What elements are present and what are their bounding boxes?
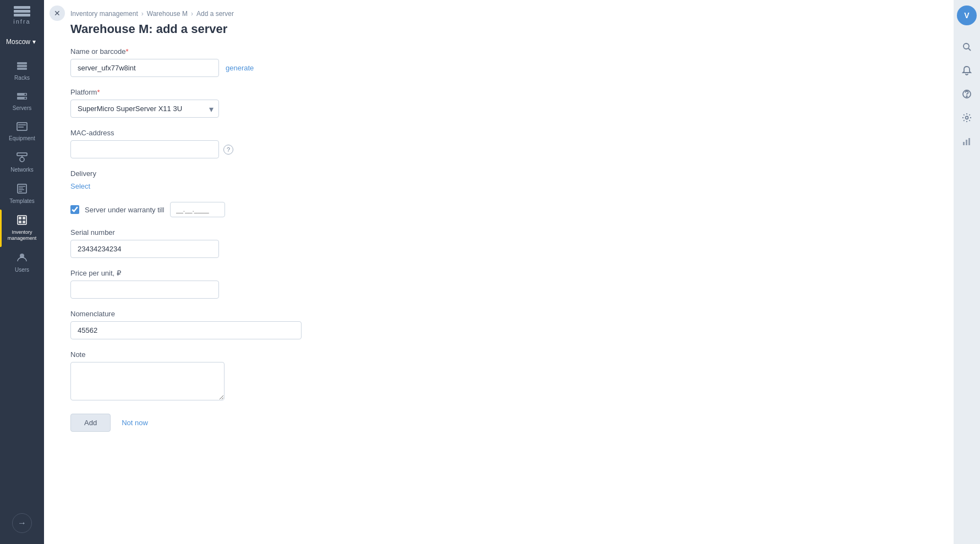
warranty-checkbox[interactable] xyxy=(70,205,79,214)
delivery-field-group: Delivery Select xyxy=(70,169,418,191)
svg-rect-3 xyxy=(17,62,27,64)
sidebar-item-servers[interactable]: Servers xyxy=(0,86,44,117)
breadcrumb-current: Add a server xyxy=(196,10,234,18)
platform-required-marker: * xyxy=(97,88,100,96)
templates-icon xyxy=(17,184,27,196)
sidebar-item-users[interactable]: Users xyxy=(0,247,44,278)
svg-rect-1 xyxy=(14,10,30,13)
main-content: ✕ Inventory management › Warehouse M › A… xyxy=(44,0,954,544)
price-field-group: Price per unit, ₽ xyxy=(70,269,418,299)
arrow-right-icon: → xyxy=(18,518,26,528)
platform-select-wrapper: SuperMicro SuperServer X11 3U SuperMicro… xyxy=(70,100,219,118)
bell-icon[interactable] xyxy=(962,65,972,78)
chart-icon[interactable] xyxy=(962,136,972,149)
svg-line-28 xyxy=(968,48,971,51)
price-label: Price per unit, ₽ xyxy=(70,269,418,277)
delivery-select-link[interactable]: Select xyxy=(70,182,90,190)
platform-label: Platform* xyxy=(70,88,418,96)
logo-text: infra xyxy=(13,18,30,25)
svg-rect-4 xyxy=(17,65,27,67)
svg-rect-13 xyxy=(17,153,27,156)
close-button[interactable]: ✕ xyxy=(50,6,65,21)
sidebar-item-racks[interactable]: Racks xyxy=(0,56,44,86)
note-field-group: Note xyxy=(70,350,418,403)
warranty-label[interactable]: Server under warranty till xyxy=(85,206,165,214)
location-selector[interactable]: Moscow ▾ xyxy=(2,36,42,48)
nomenclature-field-group: Nomenclature xyxy=(70,310,418,339)
gear-icon[interactable] xyxy=(962,113,972,125)
platform-field-group: Platform* SuperMicro SuperServer X11 3U … xyxy=(70,88,418,118)
svg-rect-12 xyxy=(18,127,24,128)
breadcrumb-warehouse[interactable]: Warehouse M xyxy=(147,10,188,18)
inventory-icon xyxy=(17,215,27,228)
svg-rect-17 xyxy=(19,186,25,187)
name-label: Name or barcode* xyxy=(70,47,418,56)
equipment-icon xyxy=(17,122,28,134)
users-icon xyxy=(17,252,28,265)
svg-point-9 xyxy=(25,97,26,99)
nomenclature-input[interactable] xyxy=(70,321,302,339)
location-name: Moscow xyxy=(6,38,30,46)
app-logo: infra xyxy=(13,6,30,25)
mac-input-row: ? xyxy=(70,140,418,158)
svg-rect-34 xyxy=(968,138,970,145)
svg-rect-18 xyxy=(19,188,23,189)
not-now-button[interactable]: Not now xyxy=(122,414,148,431)
svg-rect-25 xyxy=(23,221,25,223)
svg-rect-2 xyxy=(14,14,30,17)
platform-select[interactable]: SuperMicro SuperServer X11 3U SuperMicro… xyxy=(70,100,219,118)
delivery-label: Delivery xyxy=(70,169,418,178)
svg-rect-19 xyxy=(19,189,24,190)
sidebar-item-equipment-label: Equipment xyxy=(9,135,35,141)
note-textarea[interactable] xyxy=(70,362,225,400)
note-label: Note xyxy=(70,350,418,359)
mac-help-icon[interactable]: ? xyxy=(223,145,233,155)
svg-rect-23 xyxy=(23,217,25,219)
add-server-form: Name or barcode* generate Platform* Supe… xyxy=(44,47,429,448)
serial-label: Serial number xyxy=(70,228,418,237)
warranty-date-input[interactable] xyxy=(170,202,225,217)
breadcrumb-sep-1: › xyxy=(141,10,144,18)
sidebar-item-servers-label: Servers xyxy=(13,105,31,111)
racks-icon xyxy=(17,62,28,73)
breadcrumb-sep-2: › xyxy=(191,10,193,18)
page-title: Warehouse M: add a server xyxy=(70,22,943,36)
breadcrumb-inventory[interactable]: Inventory management xyxy=(70,10,138,18)
sidebar-item-inventory[interactable]: Inventory management xyxy=(0,210,44,247)
help-icon[interactable] xyxy=(962,89,972,102)
warranty-field-group: Server under warranty till xyxy=(70,202,418,217)
sidebar-collapse-button[interactable]: → xyxy=(12,513,32,533)
add-button[interactable]: Add xyxy=(70,414,111,432)
generate-link[interactable]: generate xyxy=(226,64,254,72)
svg-rect-5 xyxy=(17,68,27,70)
svg-rect-33 xyxy=(966,140,967,145)
svg-point-30 xyxy=(966,96,967,97)
sidebar-item-templates[interactable]: Templates xyxy=(0,178,44,210)
serial-field-group: Serial number xyxy=(70,228,418,258)
warranty-checkbox-row: Server under warranty till xyxy=(70,202,418,217)
page-header: Warehouse M: add a server xyxy=(44,22,954,47)
price-input[interactable] xyxy=(70,281,219,299)
mac-input[interactable] xyxy=(70,140,219,158)
svg-rect-0 xyxy=(14,6,30,9)
name-field-group: Name or barcode* generate xyxy=(70,47,418,77)
sidebar-item-networks[interactable]: Networks xyxy=(0,147,44,178)
sidebar: infra Moscow ▾ Racks Servers xyxy=(0,0,44,544)
right-sidebar: V xyxy=(954,0,980,544)
networks-icon xyxy=(17,152,28,165)
serial-input[interactable] xyxy=(70,240,219,258)
svg-point-31 xyxy=(966,117,968,119)
name-input[interactable] xyxy=(70,59,219,77)
mac-label: MAC-address xyxy=(70,129,418,137)
sidebar-item-networks-label: Networks xyxy=(10,167,34,173)
sidebar-bottom: → xyxy=(0,513,44,538)
svg-point-14 xyxy=(20,157,24,162)
sidebar-item-users-label: Users xyxy=(15,267,29,273)
svg-rect-24 xyxy=(19,221,21,223)
name-input-row: generate xyxy=(70,59,418,77)
search-icon[interactable] xyxy=(962,42,972,54)
sidebar-item-templates-label: Templates xyxy=(9,198,35,204)
chevron-down-icon: ▾ xyxy=(32,38,36,46)
breadcrumb: Inventory management › Warehouse M › Add… xyxy=(44,0,954,22)
sidebar-item-equipment[interactable]: Equipment xyxy=(0,117,44,147)
